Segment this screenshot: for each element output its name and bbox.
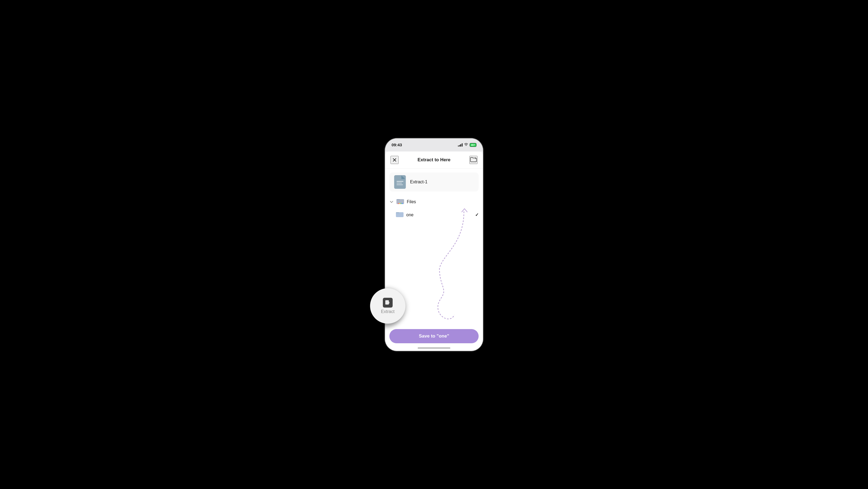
screen-wrapper: Extract 09:43: [385, 138, 483, 351]
files-folder-row[interactable]: Files: [385, 195, 483, 208]
status-icons: 46+: [458, 143, 476, 147]
wifi-icon: [464, 143, 468, 147]
file-icon-wrap: [393, 175, 407, 189]
extract-fab-icon: [383, 298, 393, 308]
svg-rect-4: [397, 181, 404, 182]
close-button[interactable]: [391, 156, 399, 164]
folder-tree: Files one ✓: [385, 195, 483, 351]
signal-bar-2: [459, 145, 460, 147]
signal-bar-3: [460, 144, 461, 147]
one-folder-svg: [396, 211, 404, 218]
file-input-row: [390, 172, 478, 192]
extract-icon: [385, 300, 391, 306]
svg-point-9: [399, 203, 400, 204]
extract-fab[interactable]: Extract: [370, 288, 405, 324]
svg-rect-0: [385, 300, 389, 305]
one-folder-label: one: [406, 212, 472, 218]
svg-rect-5: [397, 182, 402, 183]
modal-header: Extract to Here +: [385, 151, 483, 169]
svg-point-8: [398, 203, 399, 204]
chevron-down-icon: [390, 200, 394, 204]
files-folder-icon: [397, 198, 404, 206]
one-folder-row[interactable]: one ✓: [385, 208, 483, 222]
new-folder-icon: +: [470, 157, 477, 163]
one-folder-icon: [396, 211, 404, 219]
wifi-svg: [464, 143, 468, 146]
home-indicator: [418, 347, 450, 349]
svg-point-11: [402, 203, 403, 204]
folder-action-button[interactable]: +: [469, 156, 477, 164]
checkmark-icon: ✓: [475, 212, 478, 218]
svg-text:+: +: [475, 157, 476, 160]
modal-title: Extract to Here: [418, 157, 451, 163]
svg-rect-6: [397, 184, 403, 185]
save-button-area: Save to "one": [390, 329, 478, 343]
chevron-svg: [390, 201, 393, 203]
svg-point-1: [466, 145, 466, 146]
signal-bar-1: [458, 145, 459, 147]
file-name-input[interactable]: [410, 179, 475, 184]
status-bar: 09:43: [385, 138, 483, 151]
save-button[interactable]: Save to "one": [390, 329, 478, 343]
battery-badge: 46+: [470, 143, 476, 147]
signal-bar-4: [462, 143, 463, 147]
files-folder-svg: [397, 198, 404, 205]
signal-bars-icon: [458, 143, 463, 147]
status-time: 09:43: [392, 142, 402, 147]
svg-rect-3: [394, 175, 406, 189]
modal-sheet: Extract to Here +: [385, 151, 483, 351]
extract-fab-label: Extract: [381, 309, 395, 314]
document-icon: [393, 175, 407, 189]
svg-point-10: [401, 203, 402, 204]
files-folder-label: Files: [407, 199, 478, 204]
close-icon: [392, 157, 397, 163]
